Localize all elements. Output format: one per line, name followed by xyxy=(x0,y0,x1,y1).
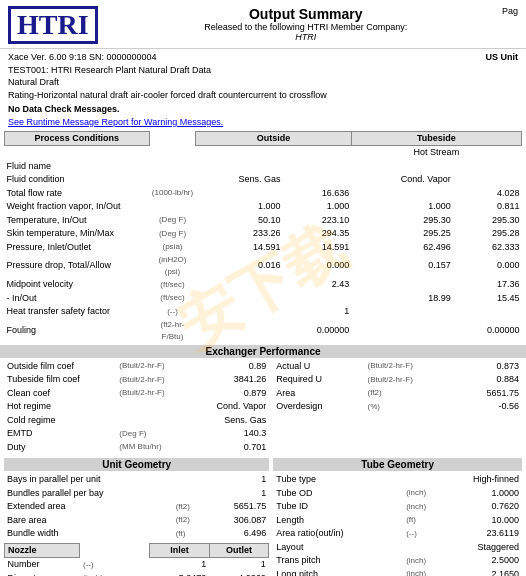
pc-tubeside2: 62.333 xyxy=(453,241,522,255)
tg-row: Tube ID (inch) 0.7620 xyxy=(273,500,522,514)
ug-label: Bundles parallel per bay xyxy=(4,487,173,501)
pc-tubeside1: 1.000 xyxy=(351,200,452,214)
tg-unit xyxy=(403,473,440,487)
ep-left-label: EMTD xyxy=(4,427,116,441)
pc-tubeside1 xyxy=(351,305,452,319)
ep-right-unit: (%) xyxy=(365,400,455,414)
pc-tubeside2 xyxy=(453,305,522,319)
tg-label: Trans pitch xyxy=(273,554,403,568)
pc-tubeside2 xyxy=(453,160,522,174)
ep-left-row: Clean coef (Btult/2-hr-F) 0.879 xyxy=(4,387,269,401)
pc-row-label: Weight fraction vapor, In/Out xyxy=(5,200,150,214)
ep-right-label: Actual U xyxy=(273,360,364,374)
ug-label: Bare area xyxy=(4,514,173,528)
pc-unit: (psia) xyxy=(149,241,196,255)
nozzle-unit: (--) xyxy=(80,558,150,572)
unit-geometry-panel: Unit Geometry Bays in parallel per unit … xyxy=(4,456,273,576)
nozzle-label: Number xyxy=(5,558,80,572)
pc-unit: (ft/sec) xyxy=(149,278,196,292)
pc-unit: (ft2-hr-F/Btu) xyxy=(149,319,196,343)
pc-row-label: Fluid name xyxy=(5,160,150,174)
ug-row: Bundles parallel per bay 1 xyxy=(4,487,269,501)
version-info: Xace Ver. 6.00 9:18 SN: 0000000004 xyxy=(8,51,157,64)
pc-unit: (1000-lb/hr) xyxy=(149,187,196,201)
ep-right-table: Actual U (Btult/2-hr-F) 0.873 Required U… xyxy=(273,360,522,414)
exchanger-right-panel: Actual U (Btult/2-hr-F) 0.873 Required U… xyxy=(273,360,522,455)
header-center: Output Summary Released to the following… xyxy=(110,6,502,42)
pc-outside2: 1.000 xyxy=(282,200,351,214)
tg-table: Tube type High-finned Tube OD (inch) 1.0… xyxy=(273,473,522,576)
pc-row: Skin temperature, Min/Max (Deg F) 233.26… xyxy=(5,227,522,241)
nozzle-outlet-label: Outlet xyxy=(209,543,269,558)
tubeside-header: Tubeside xyxy=(351,131,521,146)
pc-row-label: Fouling xyxy=(5,319,150,343)
pc-tubeside2 xyxy=(453,173,522,187)
warning-link[interactable]: See Runtime Message Report for Warning M… xyxy=(8,116,518,129)
pc-tubeside2: 0.811 xyxy=(453,200,522,214)
ep-left-value: 3841.26 xyxy=(190,373,270,387)
ep-left-label: Duty xyxy=(4,441,116,455)
ug-row: Extended area (ft2) 5651.75 xyxy=(4,500,269,514)
ep-left-unit: (MM Btu/hr) xyxy=(116,441,189,455)
company-name: HTRI xyxy=(110,32,502,42)
pc-row: Fouling (ft2-hr-F/Btu) 0.00000 0.00000 xyxy=(5,319,522,343)
pc-unit xyxy=(149,173,196,187)
draft-info: Natural Draft xyxy=(8,76,518,89)
ep-left-unit: (Btult/2-hr-F) xyxy=(116,387,189,401)
ug-label: Bays in parallel per unit xyxy=(4,473,173,487)
tg-row: Tube OD (inch) 1.0000 xyxy=(273,487,522,501)
process-conditions-header: Process Conditions xyxy=(5,131,150,146)
pc-row-label: Fluid condition xyxy=(5,173,150,187)
pc-outside2: 1 xyxy=(282,305,351,319)
pc-tubeside2: 0.000 xyxy=(453,254,522,278)
ep-left-unit: (Btult/2-hr-F) xyxy=(116,360,189,374)
pc-tubeside2: 15.45 xyxy=(453,292,522,306)
ug-label: Bundle width xyxy=(4,527,173,541)
ug-unit: (ft2) xyxy=(173,500,206,514)
outside-header: Outside xyxy=(196,131,351,146)
pc-outside1 xyxy=(196,305,283,319)
pc-tubeside2: 0.00000 xyxy=(453,319,522,343)
tg-unit: (ft) xyxy=(403,514,440,528)
pc-outside2: 16.636 xyxy=(282,187,351,201)
htri-logo: HTRI xyxy=(8,6,98,44)
pc-unit xyxy=(149,160,196,174)
pc-outside2: 14.591 xyxy=(282,241,351,255)
pc-row: Fluid name xyxy=(5,160,522,174)
pc-outside1 xyxy=(196,187,283,201)
nozzle-section: Nozzle Inlet Outlet Number (--) 1 1 Diam… xyxy=(4,543,269,576)
nozzle-row: Diameter (inch) 5.0470 4.0260 xyxy=(5,572,269,576)
tg-unit: (inch) xyxy=(403,568,440,576)
pc-row: Heat transfer safety factor (--) 1 xyxy=(5,305,522,319)
ep-left-value: 140.3 xyxy=(190,427,270,441)
ug-unit: (ft) xyxy=(173,527,206,541)
ug-unit xyxy=(173,487,206,501)
tg-value: Staggered xyxy=(440,541,522,555)
ug-row: Bundle width (ft) 6.496 xyxy=(4,527,269,541)
tg-value: 2.1650 xyxy=(440,568,522,576)
pc-outside1 xyxy=(196,292,283,306)
pc-tubeside1: 62.496 xyxy=(351,241,452,255)
tg-label: Layout xyxy=(273,541,403,555)
ep-right-row: Required U (Btult/2-hr-F) 0.884 xyxy=(273,373,522,387)
main-content: Process Conditions Outside Tubeside Hot … xyxy=(0,131,526,343)
pc-outside2 xyxy=(282,292,351,306)
ep-right-value: 5651.75 xyxy=(454,387,522,401)
pc-row: Weight fraction vapor, In/Out 1.000 1.00… xyxy=(5,200,522,214)
pc-outside2: 294.35 xyxy=(282,227,351,241)
ep-left-value: 0.879 xyxy=(190,387,270,401)
pc-row: Temperature, In/Out (Deg F) 50.10 223.10… xyxy=(5,214,522,228)
rating-info: Rating-Horizontal natural draft air-cool… xyxy=(8,89,518,102)
ep-left-label: Clean coef xyxy=(4,387,116,401)
pc-outside1: Sens. Gas xyxy=(196,173,283,187)
ep-right-label: Area xyxy=(273,387,364,401)
tg-row: Area ratio(out/in) (--) 23.6119 xyxy=(273,527,522,541)
pc-outside2: 223.10 xyxy=(282,214,351,228)
pc-row-label: Midpoint velocity xyxy=(5,278,150,292)
pc-row: Total flow rate (1000-lb/hr) 16.636 4.02… xyxy=(5,187,522,201)
ep-left-value: Sens. Gas xyxy=(190,414,270,428)
tg-value: 23.6119 xyxy=(440,527,522,541)
pc-outside1: 233.26 xyxy=(196,227,283,241)
pc-tubeside2: 4.028 xyxy=(453,187,522,201)
ug-unit: (ft2) xyxy=(173,514,206,528)
